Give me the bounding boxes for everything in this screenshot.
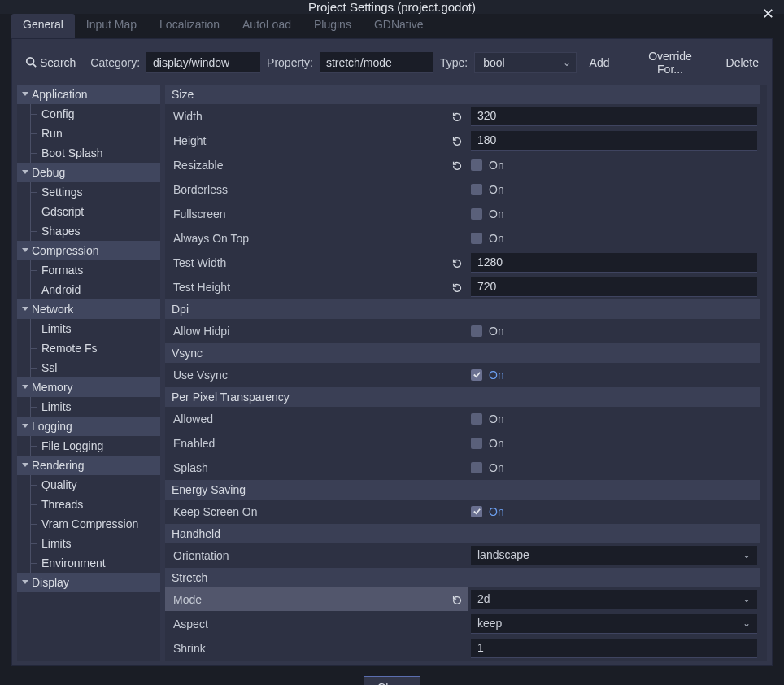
number-input[interactable] [471,131,757,151]
prop-value: On [468,319,760,342]
window-title: Project Settings (project.godot) [308,0,476,14]
checkbox-wrap[interactable]: On [471,505,757,518]
delete-button[interactable]: Delete [718,52,767,73]
dropdown[interactable]: keep⌄ [471,614,757,634]
section-size: Size [165,85,760,104]
number-input[interactable] [471,639,757,658]
prop-label: Allowed [165,407,468,430]
revert-icon[interactable] [451,135,463,146]
checkbox[interactable] [471,208,482,220]
tree-item-limits[interactable]: Limits [17,319,160,338]
revert-icon[interactable] [451,159,463,171]
tree-item-android[interactable]: Android [17,280,160,299]
tab-autoload[interactable]: AutoLoad [231,14,303,38]
tree-item-remote-fs[interactable]: Remote Fs [17,338,160,358]
tree-cat-logging[interactable]: Logging [17,417,160,436]
checkbox-wrap[interactable]: On [471,183,757,196]
chevron-down-icon: ⌄ [743,549,751,561]
tree-cat-debug[interactable]: Debug [17,163,160,182]
search-button[interactable]: Search [17,52,84,74]
number-input[interactable] [471,277,757,297]
checkbox[interactable] [471,233,482,244]
tree-item-gdscript[interactable]: Gdscript [17,202,160,221]
dropdown[interactable]: 2d⌄ [471,590,757,609]
category-input[interactable] [146,52,260,73]
tree-item-file-logging[interactable]: File Logging [17,436,160,456]
category-tree[interactable]: ApplicationConfigRunBoot SplashDebugSett… [17,85,160,661]
prop-row-width: Width [165,104,760,129]
tree-item-ssl[interactable]: Ssl [17,358,160,377]
override-for-button[interactable]: Override For... [627,46,712,80]
checkbox[interactable] [471,159,482,171]
property-input[interactable] [320,52,433,73]
tree-item-shapes[interactable]: Shapes [17,221,160,241]
tab-gdnative[interactable]: GDNative [363,14,435,38]
type-value: bool [483,56,504,69]
revert-icon[interactable] [451,257,463,268]
revert-icon[interactable] [451,594,463,605]
checkbox-wrap[interactable]: On [471,437,757,450]
svg-line-1 [33,63,37,67]
tab-plugins[interactable]: Plugins [303,14,363,38]
tree-cat-compression[interactable]: Compression [17,241,160,260]
add-button[interactable]: Add [581,52,618,73]
tree-cat-memory[interactable]: Memory [17,377,160,397]
checkbox[interactable] [471,506,482,517]
tree-cat-application[interactable]: Application [17,85,160,104]
checkbox-label: On [489,461,504,474]
tree-item-limits[interactable]: Limits [17,397,160,417]
checkbox-wrap[interactable]: On [471,461,757,474]
prop-label-text: Height [173,134,206,147]
prop-label: Orientation [165,543,468,567]
close-icon[interactable]: ✕ [762,5,774,23]
checkbox-wrap[interactable]: On [471,412,757,425]
checkbox-wrap[interactable]: On [471,159,757,172]
close-button[interactable]: Close [364,676,420,685]
tree-cat-display[interactable]: Display [17,573,160,592]
tree-cat-network[interactable]: Network [17,299,160,319]
checkbox-label: On [489,232,504,245]
tab-general[interactable]: General [11,14,75,38]
number-input[interactable] [471,253,757,273]
checkbox-wrap[interactable]: On [471,207,757,220]
checkbox-wrap[interactable]: On [471,232,757,245]
checkbox[interactable] [471,438,482,449]
tree-item-run[interactable]: Run [17,124,160,143]
prop-value: On [468,363,760,386]
tree-cat-rendering[interactable]: Rendering [17,456,160,475]
checkbox[interactable] [471,369,482,381]
prop-row-aspect: Aspectkeep⌄ [165,612,760,636]
checkbox[interactable] [471,184,482,195]
type-dropdown[interactable]: bool ⌄ [474,52,576,73]
tree-item-boot-splash[interactable]: Boot Splash [17,143,160,163]
dropdown[interactable]: landscape⌄ [471,546,757,565]
prop-value [468,104,760,128]
section-per-pixel-transparency: Per Pixel Transparency [165,387,760,407]
prop-label-text: Mode [173,593,202,606]
prop-row-test-height: Test Height [165,275,760,299]
prop-label: Fullscreen [165,202,468,225]
tree-item-environment[interactable]: Environment [17,553,160,573]
tree-item-settings[interactable]: Settings [17,182,160,202]
checkbox-wrap[interactable]: On [471,325,757,338]
tab-input-map[interactable]: Input Map [75,14,148,38]
prop-row-always-on-top: Always On TopOn [165,226,760,251]
checkbox[interactable] [471,462,482,473]
prop-value: On [468,153,760,177]
tree-item-vram-compression[interactable]: Vram Compression [17,514,160,534]
revert-icon[interactable] [451,111,463,122]
tree-item-formats[interactable]: Formats [17,260,160,280]
tree-item-config[interactable]: Config [17,104,160,124]
checkbox-wrap[interactable]: On [471,369,757,382]
tree-item-quality[interactable]: Quality [17,475,160,495]
checkbox[interactable] [471,413,482,425]
revert-icon[interactable] [451,281,463,293]
number-input[interactable] [471,107,757,126]
prop-row-splash: SplashOn [165,456,760,480]
tree-item-limits[interactable]: Limits [17,534,160,553]
checkbox[interactable] [471,325,482,337]
inspector[interactable]: SizeWidthHeightResizableOnBorderlessOnFu… [165,85,767,661]
tab-localization[interactable]: Localization [148,14,231,38]
tree-item-threads[interactable]: Threads [17,495,160,514]
prop-value: On [468,431,760,455]
